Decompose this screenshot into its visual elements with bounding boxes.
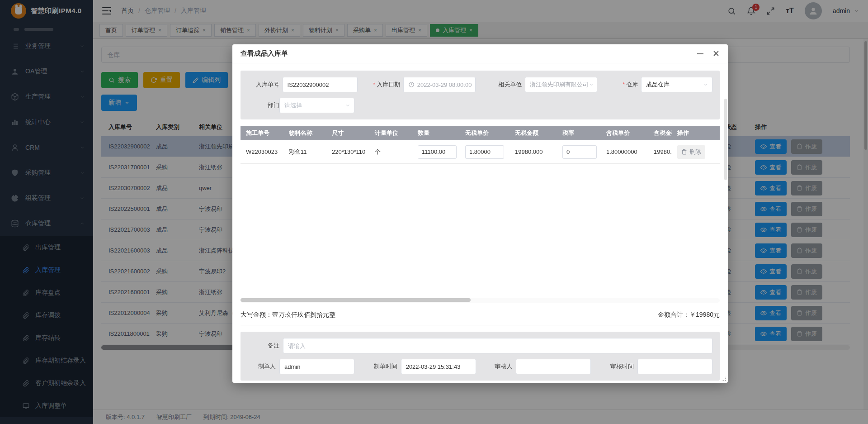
warehouse-select[interactable]: 成品仓库: [641, 77, 712, 92]
totals-row: 大写金额：壹万玖仟玖佰捌拾元整 金额合计：￥19980元: [241, 305, 720, 325]
date-value: 2022-03-29 08:00:00: [417, 81, 472, 88]
warehouse-value: 成品仓库: [646, 81, 670, 89]
detail-horizontal-scrollbar[interactable]: [241, 298, 720, 303]
warehouse-label: *仓库: [600, 81, 638, 89]
related-unit-label: 相关单位: [478, 81, 522, 89]
date-label: *入库日期: [360, 81, 400, 89]
order-no-label: 入库单号: [248, 81, 279, 89]
audit-time-input[interactable]: [637, 359, 712, 374]
create-time-input[interactable]: [401, 359, 476, 374]
remark-input[interactable]: [283, 338, 712, 353]
tax-amount: 19980.0: [648, 148, 672, 155]
clock-icon: [408, 81, 415, 88]
work-order-no: W22030023: [241, 148, 283, 155]
chevron-down-icon: [703, 82, 708, 87]
detail-row: W22030023 彩盒11 220*130*110 个 19980.000 1…: [241, 140, 720, 164]
department-placeholder: 请选择: [284, 101, 302, 110]
minimize-icon[interactable]: [697, 53, 703, 54]
delete-row-button[interactable]: 删除: [677, 145, 705, 159]
order-no-input[interactable]: [283, 77, 358, 92]
modal-header: 查看成品入库单 ✕: [232, 44, 728, 63]
modal-vertical-scrollbar[interactable]: [724, 99, 727, 180]
material-name: 彩盒11: [283, 148, 326, 156]
detail-table-header: 施工单号 物料名称 尺寸 计量单位 数量 无税单价 无税金额 税率 含税单价 含…: [241, 126, 720, 140]
total-value: ￥19980元: [689, 311, 720, 318]
order-info-form: 入库单号 *入库日期 2022-03-29 08:00:00 相关单位 浙江领先…: [241, 71, 720, 119]
view-inbound-order-modal: 查看成品入库单 ✕ 入库单号 *入库日期 2022-03-29 08:00:00…: [232, 44, 728, 383]
date-picker[interactable]: 2022-03-29 08:00:00: [403, 77, 476, 92]
tax-rate-input[interactable]: [562, 145, 597, 159]
department-select[interactable]: 请选择: [279, 98, 354, 113]
audit-time-label: 审核时间: [599, 362, 634, 371]
total-label: 金额合计：: [658, 311, 689, 318]
remark-label: 备注: [248, 342, 279, 350]
related-unit-value: 浙江领先印刷有限公司: [530, 81, 589, 89]
modal-title: 查看成品入库单: [241, 49, 288, 58]
close-icon[interactable]: ✕: [712, 49, 720, 58]
trash-icon: [681, 149, 687, 155]
tax-price: 1.80000000: [601, 148, 648, 155]
measure-unit: 个: [369, 148, 412, 156]
chevron-down-icon: [589, 82, 594, 87]
auditor-label: 审核人: [484, 362, 512, 371]
creator-input[interactable]: [279, 359, 354, 374]
audit-form: 备注 制单人 制单时间 审核人 审核时间: [241, 332, 720, 381]
price-input[interactable]: [465, 145, 504, 159]
related-unit-select[interactable]: 浙江领先印刷有限公司: [525, 77, 597, 92]
create-time-label: 制单时间: [363, 362, 397, 371]
chevron-down-icon: [345, 103, 350, 108]
size: 220*130*110: [326, 148, 369, 155]
auditor-input[interactable]: [516, 359, 591, 374]
department-label: 部门: [248, 101, 279, 110]
amount: 19980.000: [509, 148, 557, 155]
amount-words: 壹万玖仟玖佰捌拾元整: [272, 311, 335, 318]
qty-input[interactable]: [418, 145, 457, 159]
detail-table: 施工单号 物料名称 尺寸 计量单位 数量 无税单价 无税金额 税率 含税单价 含…: [241, 126, 720, 303]
creator-label: 制单人: [248, 362, 276, 371]
amount-words-label: 大写金额：: [241, 311, 272, 318]
